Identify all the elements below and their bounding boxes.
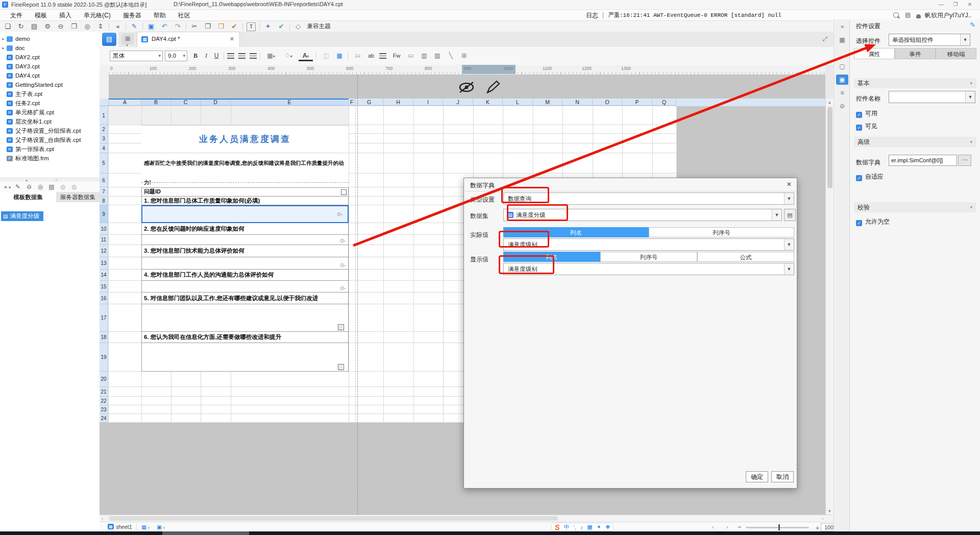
toolbox-icon[interactable]: ✚ (605, 524, 610, 530)
toolbar-more-caret-icon[interactable]: ▾ (126, 43, 128, 47)
answer-cell-3[interactable] (141, 257, 349, 270)
vertical-scrollbar[interactable]: ▴ ▾ (825, 99, 834, 515)
radio-widget-icon[interactable]: ⊙- (340, 262, 346, 268)
adaptive-checkbox[interactable]: ✓自适应 (856, 173, 884, 181)
tree-item-GettingStarted.cpt[interactable]: RGettingStarted.cpt (0, 80, 100, 89)
cell-attribute-icon[interactable]: ▢ (836, 61, 848, 71)
batch-edit-dataset-icon[interactable]: ▤ (46, 182, 57, 192)
doc-tab-day4[interactable]: ▦ DAY4.cpt * ✕ (137, 32, 240, 47)
answer-cell-2[interactable] (141, 235, 349, 245)
textarea-widget-icon[interactable] (338, 364, 344, 370)
image-widget-icon[interactable]: ▨ (431, 51, 444, 61)
copy-icon[interactable]: ❐ (201, 21, 214, 32)
hide-widget-eye-icon[interactable] (457, 81, 476, 94)
menu-item-2[interactable]: 插入 (53, 10, 78, 21)
section-advanced[interactable]: 高级▾ (854, 137, 976, 147)
notification-bell-icon[interactable] (916, 12, 921, 19)
redo-icon[interactable]: ↷ (171, 21, 184, 32)
dialog-close-icon[interactable]: ✕ (787, 181, 792, 188)
panel-tab-事件[interactable]: 事件 (895, 48, 936, 59)
border-widget-icon[interactable]: ⊞ (458, 51, 470, 61)
column-header-L[interactable]: L (503, 99, 533, 106)
question-text-6[interactable]: 6. 您认为我司在信息化方面,还需要做哪些改进和提升 (141, 332, 349, 343)
chart-widget-icon[interactable]: ▥ (418, 51, 430, 61)
question-text-2[interactable]: 2. 您在反馈问题时的响应速度印象如何 (141, 223, 349, 235)
delete-icon[interactable]: ⊖ (54, 21, 67, 32)
collapse-tree-icon[interactable]: ⇕ (94, 21, 107, 32)
close-button[interactable]: ✕ (963, 2, 977, 7)
row-header-21[interactable]: 21 (100, 387, 108, 397)
row-header-23[interactable]: 23 (100, 405, 108, 414)
ime-toolbar[interactable]: S中’,♪▦✦✚ (551, 523, 614, 531)
edit-dataset-button[interactable]: ▤ (784, 209, 796, 221)
scroll-down-icon[interactable]: ▾ (828, 508, 831, 514)
column-header-E[interactable]: E (231, 99, 349, 106)
row-header-16[interactable]: 16 (100, 293, 108, 304)
tree-item-第一张报表.cpt[interactable]: R第一张报表.cpt (0, 144, 100, 154)
menu-item-4[interactable]: 服务器 (117, 10, 148, 21)
column-header-B[interactable]: B (141, 99, 171, 106)
tree-item-层次坐标1.cpt[interactable]: R层次坐标1.cpt (0, 117, 100, 126)
zoom-out-button[interactable]: − (738, 523, 742, 531)
text-field-widget-icon[interactable]: ▭ (405, 51, 417, 61)
ok-button[interactable]: 确定 (746, 471, 768, 482)
tree-item-任务2.cpt[interactable]: R任务2.cpt (0, 99, 100, 108)
row-header-6[interactable]: 6 (100, 174, 108, 187)
delete-dataset-icon[interactable]: ⊖ (23, 182, 35, 192)
row-header-3[interactable]: 3 (100, 134, 108, 143)
punctuation-icon[interactable]: ’, (573, 524, 576, 530)
page-next-icon[interactable]: › (726, 524, 728, 530)
enabled-checkbox[interactable]: ✓可用 (856, 109, 877, 118)
horizontal-scroll-thumb[interactable] (109, 516, 558, 521)
chevron-down-icon[interactable]: ▼ (772, 209, 781, 221)
add-report-sheet-icon[interactable]: ▦＋ (141, 524, 151, 530)
condition-attribute-icon[interactable]: ≡ (836, 88, 848, 98)
row-header-22[interactable]: 22 (100, 397, 108, 405)
sogou-logo[interactable]: S (555, 523, 559, 531)
column-header-H[interactable]: H (383, 99, 413, 106)
row-header-14[interactable]: 14 (100, 270, 108, 281)
row-header-2[interactable]: 2 (100, 125, 108, 134)
merge-cell-icon[interactable]: ◫ (320, 51, 332, 61)
row-header-7[interactable]: 7 (100, 187, 108, 197)
row-header-24[interactable]: 24 (100, 414, 108, 423)
row-header-11[interactable]: 11 (100, 235, 108, 245)
chevron-down-icon[interactable]: ▼ (784, 239, 794, 250)
segment-列序号[interactable]: 列序号 (600, 252, 697, 262)
scroll-left-icon[interactable]: ‹ (102, 516, 103, 521)
panel-tab-属性[interactable]: 属性 (854, 48, 895, 59)
section-validate[interactable]: 校验▾ (854, 202, 976, 212)
tree-item-单元格扩展.cpt[interactable]: R单元格扩展.cpt (0, 108, 100, 117)
row-header-9[interactable]: 9 (100, 205, 108, 223)
row-header-19[interactable]: 19 (100, 343, 108, 372)
font-size-select[interactable]: 9.0▾ (165, 51, 187, 61)
align-left-icon[interactable] (227, 53, 234, 59)
answer-cell-1[interactable]: ⊙- (141, 205, 349, 223)
expand-arrow-icon[interactable]: ▸ (0, 45, 7, 51)
chinese-mode-icon[interactable]: 中 (564, 523, 569, 531)
answer-cell-5[interactable] (141, 304, 349, 332)
textarea-widget-icon[interactable] (338, 324, 344, 330)
textfield-widget-icon[interactable]: ▭ (352, 51, 364, 61)
column-header-F[interactable]: F (349, 99, 355, 106)
formula-widget-icon[interactable]: Fw (390, 51, 403, 61)
tree-item-父子格设置_分组报表.cpt[interactable]: R父子格设置_分组报表.cpt (0, 126, 100, 135)
scroll-right-icon[interactable]: › (822, 516, 823, 521)
preview-dataset-icon[interactable]: ◎ (35, 182, 46, 192)
menu-item-0[interactable]: 文件 (4, 10, 29, 21)
answer-cell-4[interactable] (141, 281, 349, 293)
row-header-13[interactable]: 13 (100, 257, 108, 270)
menu-item-5[interactable]: 帮助 (148, 10, 172, 21)
keyboard-icon[interactable]: ▦ (587, 524, 592, 530)
template-search-icon[interactable]: ▤ (102, 33, 116, 46)
radio-widget-icon[interactable]: ⊙- (340, 238, 346, 244)
radio-widget-icon[interactable]: ⊙- (340, 285, 346, 291)
template-version-icon[interactable]: ▤ (28, 21, 41, 32)
close-tab-icon[interactable]: ✕ (230, 36, 234, 42)
column-header-N[interactable]: N (562, 99, 593, 106)
question-text-5[interactable]: 5. 对信息部门团队以及工作,您还有哪些建议或意见,以便于我们改进 (141, 293, 349, 304)
column-header-O[interactable]: O (593, 99, 622, 106)
collapse-panel-icon[interactable]: ◂ (111, 21, 124, 32)
zoom-slider-handle[interactable] (778, 524, 780, 530)
db-connection-icon[interactable]: ◍ (57, 182, 68, 192)
